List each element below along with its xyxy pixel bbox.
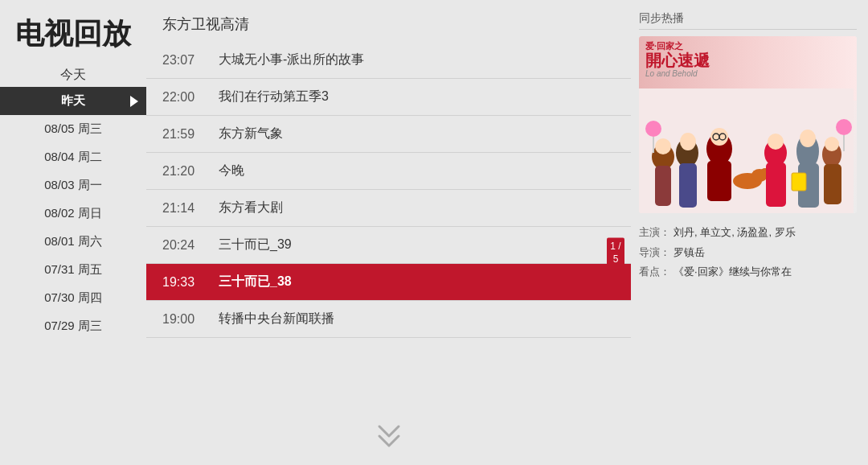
content-area: 东方卫视高清 23:07 大城无小事-派出所的故事 22:00 我们在行动第五季… [146,0,631,465]
poster-background: 爱·回家之 開心速遞 Lo and Behold [639,36,857,213]
date-0729[interactable]: 07/29 周三 [0,312,146,340]
date-yesterday[interactable]: 昨天 [0,87,146,115]
arrow-right-icon [130,96,138,107]
program-item-p2[interactable]: 22:00 我们在行动第五季3 [146,79,631,116]
svg-rect-23 [824,164,841,204]
svg-point-18 [768,134,784,150]
main-container: 电视回放 今天 昨天 08/05 周三 08/04 周二 08/03 周一 08… [0,0,868,465]
chevron-double-down-icon [375,423,403,452]
svg-rect-2 [655,166,671,206]
program-item-p7[interactable]: 19:33 三十而已_38 [146,264,631,301]
sidebar: 电视回放 今天 昨天 08/05 周三 08/04 周二 08/03 周一 08… [0,0,146,465]
cast-row: 主演： 刘丹, 单立文, 汤盈盈, 罗乐 [639,223,857,243]
svg-rect-29 [792,173,806,191]
scroll-down-button[interactable] [375,423,403,452]
poster-sub-title: 開心速遞 [645,51,710,69]
highlight-value: 《爱·回家》继续与你常在 [674,262,792,282]
date-0803[interactable]: 08/03 周一 [0,171,146,200]
program-item-p4[interactable]: 21:20 今晚 [146,153,631,190]
program-list: 23:07 大城无小事-派出所的故事 22:00 我们在行动第五季3 21:59… [146,42,631,465]
poster-title-area: 爱·回家之 開心速遞 Lo and Behold [645,41,710,78]
svg-rect-8 [707,161,731,201]
program-item-p3[interactable]: 21:59 东方新气象 [146,116,631,153]
svg-rect-17 [766,163,786,207]
program-item-p5[interactable]: 21:14 东方看大剧 [146,190,631,227]
svg-point-24 [825,137,839,151]
highlight-label: 看点： [639,262,670,282]
show-poster[interactable]: 爱·回家之 開心速遞 Lo and Behold [639,36,857,213]
date-list: 今天 昨天 08/05 周三 08/04 周二 08/03 周一 08/02 周… [0,60,146,340]
date-0805[interactable]: 08/05 周三 [0,115,146,143]
director-row: 导演： 罗镇岳 [639,243,857,263]
date-0804[interactable]: 08/04 周二 [0,143,146,171]
today-label: 今天 [0,60,146,87]
poster-cn-title: 爱·回家之 [645,41,710,51]
svg-point-21 [800,130,816,147]
svg-point-3 [655,138,671,154]
date-0730[interactable]: 07/30 周四 [0,284,146,312]
show-info: 主演： 刘丹, 单立文, 汤盈盈, 罗乐 导演： 罗镇岳 看点： 《爱·回家》继… [639,223,857,282]
svg-rect-5 [679,163,697,208]
poster-figures [639,88,854,213]
program-item-p8[interactable]: 19:00 转播中央台新闻联播 [146,301,631,338]
program-item-p6[interactable]: 20:24 三十而已_39 [146,227,631,264]
app-title: 电视回放 [7,16,139,51]
program-item-p1[interactable]: 23:07 大城无小事-派出所的故事 [146,42,631,79]
svg-point-25 [645,121,661,137]
sync-label: 同步热播 [639,11,857,30]
page-indicator: 1 / 5 [607,237,624,269]
poster-en-title: Lo and Behold [645,69,710,78]
svg-point-27 [836,119,852,135]
director-label: 导演： [639,243,670,263]
director-value: 罗镇岳 [674,243,705,263]
cast-label: 主演： [639,223,670,243]
highlight-row: 看点： 《爱·回家》继续与你常在 [639,262,857,282]
date-0801[interactable]: 08/01 周六 [0,228,146,256]
date-0802[interactable]: 08/02 周日 [0,200,146,228]
svg-point-6 [680,133,696,150]
right-panel: 同步热播 爱·回家之 開心速遞 Lo and Behold [631,0,868,465]
cast-value: 刘丹, 单立文, 汤盈盈, 罗乐 [674,223,796,243]
date-0731[interactable]: 07/31 周五 [0,256,146,284]
channel-name: 东方卫视高清 [146,0,631,42]
